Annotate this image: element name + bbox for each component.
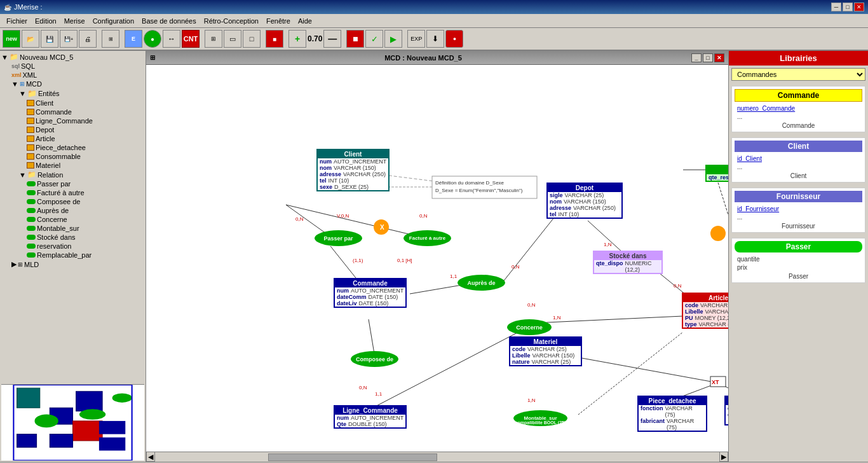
rel-facture-icon xyxy=(27,190,36,195)
ellipse-button[interactable]: ● xyxy=(144,30,161,48)
menu-item-merise[interactable]: Merise xyxy=(60,16,89,26)
lib-card-passer[interactable]: Passer quantite prix Passer xyxy=(731,238,865,283)
scroll-right-button[interactable]: ▶ xyxy=(719,452,728,462)
svg-rect-0 xyxy=(17,388,40,408)
menu-item-aide[interactable]: Aide xyxy=(294,16,316,26)
menu-item-fichier[interactable]: Fichier xyxy=(3,16,31,26)
plus-button[interactable]: + xyxy=(288,30,306,48)
tree-composee[interactable]: Composee de xyxy=(1,197,144,206)
entity-commande[interactable]: Commande numAUTO_INCREMENT dateCommDATE … xyxy=(334,278,407,308)
print-button[interactable]: 🖨 xyxy=(79,30,97,48)
entity-ligne-commande[interactable]: Ligne_Commande numAUTO_INCREMENT QteDOUB… xyxy=(334,405,407,429)
libraries-content: Commande numero_Commande ... Commande Cl… xyxy=(729,83,868,462)
red-button[interactable]: ● xyxy=(445,30,463,48)
relation-composee[interactable]: Composee de xyxy=(351,351,398,367)
lib-card-fournisseur[interactable]: Fournisseur id_Fournisseur ... Fournisse… xyxy=(731,188,865,233)
relation-concerne[interactable]: Concerne xyxy=(507,319,552,335)
tree-commande[interactable]: Commande xyxy=(1,107,144,116)
tree-sql[interactable]: sql SQL xyxy=(1,62,144,71)
menu-item-fentre[interactable]: Fenêtre xyxy=(262,16,294,26)
toolbar: new 📂 💾 💾+ 🖨 ⊞ E ● ↔ CNT ⊞ ▭ □ ■ + 0.70 … xyxy=(0,28,868,51)
entity-reservation[interactable]: reservation qte_reserveeNUMERIC (12,2) xyxy=(705,165,728,182)
open-button[interactable]: 📂 xyxy=(22,30,39,48)
tree-aupres[interactable]: Auprès de xyxy=(1,206,144,215)
relation-passer[interactable]: Passer par xyxy=(315,230,362,246)
tree-piece[interactable]: Piece_detachee xyxy=(1,143,144,152)
menu-item-configuration[interactable]: Configuration xyxy=(89,16,138,26)
minus-button[interactable]: — xyxy=(323,30,341,48)
sql-icon: sql xyxy=(11,63,20,69)
entity-button[interactable]: E xyxy=(125,30,142,48)
tree-consommable[interactable]: Consommable xyxy=(1,152,144,161)
tree-mcd[interactable]: ▼ ⊞ MCD xyxy=(1,79,144,88)
svg-rect-6 xyxy=(17,434,37,448)
tree-depot[interactable]: Depot xyxy=(1,125,144,134)
tree-remplacable[interactable]: Remplacable_par xyxy=(1,251,144,259)
canvas-maximize-button[interactable]: □ xyxy=(703,53,713,62)
color-button[interactable]: ■ xyxy=(266,30,283,48)
relation-aupres[interactable]: Auprès de xyxy=(458,275,505,291)
export-button[interactable]: EXP xyxy=(407,30,425,48)
rect2-button[interactable]: □ xyxy=(243,30,261,48)
table-button[interactable]: ⊞ xyxy=(205,30,222,48)
scrollbar-track-h[interactable] xyxy=(155,452,719,462)
tree-article[interactable]: Article xyxy=(1,134,144,143)
tree-xml[interactable]: xml XML xyxy=(1,71,144,79)
close-button[interactable]: ✕ xyxy=(854,3,864,11)
tree-mld[interactable]: ▶ ⊞ MLD xyxy=(1,259,144,269)
tree-materiel[interactable]: Materiel xyxy=(1,161,144,170)
lib-card-client[interactable]: Client id_Client ... Client xyxy=(731,137,865,183)
tree-relation[interactable]: ▼ 📁 Relation xyxy=(1,170,144,179)
entity-client[interactable]: Client numAUTO_INCREMENT nomVARCHAR (150… xyxy=(316,149,390,191)
scroll-left-button[interactable]: ◀ xyxy=(146,452,155,462)
maximize-button[interactable]: □ xyxy=(843,3,853,11)
entity-piece[interactable]: Piece_detachee fonctionVARCHAR (75) fabr… xyxy=(637,396,707,432)
tree-passer[interactable]: Passer par xyxy=(1,179,144,188)
entity-consommable[interactable]: Consommable categorieVARCHAR (75) condit… xyxy=(724,396,728,425)
libraries-dropdown[interactable]: Commandes xyxy=(731,68,865,81)
canvas-minimize-button[interactable]: _ xyxy=(691,53,702,62)
down-button[interactable]: ⬇ xyxy=(426,30,444,48)
tree-concerne[interactable]: Concerne xyxy=(1,215,144,224)
check-button[interactable]: ✓ xyxy=(365,30,383,48)
saveas-button[interactable]: 💾+ xyxy=(60,30,78,48)
tree-root[interactable]: ▼ 📁 Nouveau MCD_5 xyxy=(1,52,144,62)
tree-ligne-commande[interactable]: Ligne_Commande xyxy=(1,116,144,125)
canvas-scroll-horizontal[interactable]: ◀ ▶ xyxy=(146,452,728,462)
reservation-header: reservation xyxy=(707,166,728,174)
tree-facture[interactable]: Facturé à autre xyxy=(1,188,144,197)
entity-depot[interactable]: Depot sigleVARCHAR (25) nomVARCHAR (150)… xyxy=(546,183,623,219)
menu-item-rtroconception[interactable]: Rétro-Conception xyxy=(200,16,262,26)
minimize-button[interactable]: ─ xyxy=(831,3,841,11)
entity-stocke[interactable]: Stocké dans qte_dispoNUMERIC (12,2) xyxy=(593,251,663,274)
menu-item-basededonnes[interactable]: Base de données xyxy=(138,16,200,26)
svg-rect-2 xyxy=(76,391,102,411)
tree-reservation[interactable]: reservation xyxy=(1,242,144,251)
tree-area[interactable]: ▼ 📁 Nouveau MCD_5 sql SQL xml XML ▼ ⊞ MC… xyxy=(0,51,146,383)
arrow-button[interactable]: ↔ xyxy=(163,30,180,48)
tree-stocke[interactable]: Stocké dans xyxy=(1,233,144,242)
canvas-window-controls[interactable]: _ □ ✕ xyxy=(691,53,724,62)
entity-materiel[interactable]: Materiel codeVARCHAR (25) LibelleVARCHAR… xyxy=(509,336,582,366)
lib-card-commande[interactable]: Commande numero_Commande ... Commande xyxy=(731,86,865,132)
run-button[interactable]: ▶ xyxy=(384,30,402,48)
relation-montable[interactable]: Montable_sur compatibilite BOOL (25) xyxy=(513,410,567,426)
svg-rect-5 xyxy=(50,434,72,448)
tree-client[interactable]: Client xyxy=(1,99,144,107)
cnt-button[interactable]: CNT xyxy=(182,30,200,48)
titlebar-controls[interactable]: ─ □ ✕ xyxy=(831,3,864,11)
scrollbar-thumb-h[interactable] xyxy=(268,453,437,461)
stocke-row: qte_dispoNUMERIC (12,2) xyxy=(594,260,661,273)
entity-article[interactable]: Article codeVARCHAR (25) LibelleVARCHAR … xyxy=(682,293,728,329)
canvas-area[interactable]: X XT 0,N V.0,N 0,N (1,1) 0,1 [H] 1,1 1,1… xyxy=(146,65,728,452)
tree-entites[interactable]: ▼ 📁 Entités xyxy=(1,88,144,99)
rect-button[interactable]: ▭ xyxy=(224,30,241,48)
save-button[interactable]: 💾 xyxy=(41,30,58,48)
grid-button[interactable]: ⊞ xyxy=(102,30,119,48)
relation-facture[interactable]: Facturé à autre xyxy=(403,230,451,246)
tree-montable[interactable]: Montable_sur xyxy=(1,224,144,233)
new-button[interactable]: new xyxy=(3,30,20,48)
menu-item-edition[interactable]: Edition xyxy=(31,16,60,26)
stop-button[interactable]: ⏹ xyxy=(346,30,364,48)
canvas-close-button[interactable]: ✕ xyxy=(714,53,724,62)
